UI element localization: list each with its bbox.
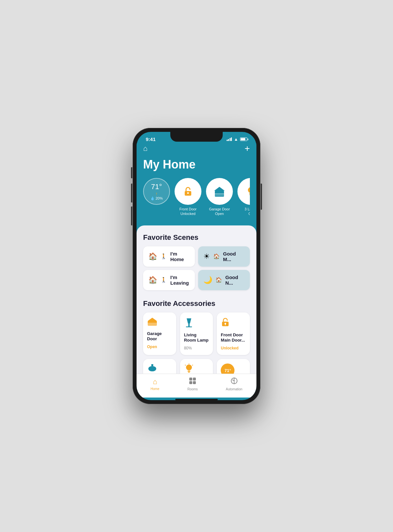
svg-rect-4 xyxy=(215,193,224,194)
lamp-acc-name: Living Room Lamp xyxy=(184,332,209,344)
front-door-circle xyxy=(175,178,201,205)
tab-automation-icon xyxy=(231,377,238,386)
notch xyxy=(170,132,223,142)
tab-rooms-icon xyxy=(189,377,196,386)
svg-line-26 xyxy=(192,365,193,365)
weather-arrow: ↑ xyxy=(156,191,158,196)
status-row: 71° ↑ 💧20% xyxy=(143,178,250,218)
svg-rect-11 xyxy=(148,323,157,324)
status-tile-front-door[interactable]: Front DoorUnlocked xyxy=(175,178,201,216)
status-icons: ▲ xyxy=(227,137,247,142)
scene-good-morning[interactable]: ☀ 🏠 Good M... xyxy=(198,246,250,267)
svg-rect-8 xyxy=(250,195,250,195)
accessory-kitchen-light[interactable]: Kitchen Light 70% xyxy=(143,359,176,374)
im-leaving-label: I'm Leaving xyxy=(170,275,190,286)
side-button-silent xyxy=(131,167,132,178)
weather-temp: 71° xyxy=(151,183,162,191)
signal-icon xyxy=(227,137,232,141)
svg-point-21 xyxy=(186,364,192,370)
accessories-section-title: Favorite Accessories xyxy=(143,299,250,308)
tab-home-icon: ⌂ xyxy=(153,378,157,386)
bulb-acc-svg-icon xyxy=(184,364,194,374)
accessories-grid: Garage Door Open Living Room Lamp xyxy=(143,312,250,374)
weather-card[interactable]: 71° ↑ 💧20% xyxy=(143,178,170,205)
svg-rect-13 xyxy=(188,324,190,327)
svg-point-1 xyxy=(187,192,189,194)
garage-svg-icon xyxy=(147,317,158,326)
lock-acc-svg-icon xyxy=(221,317,230,328)
svg-rect-29 xyxy=(189,381,192,384)
svg-line-25 xyxy=(185,365,186,365)
svg-rect-19 xyxy=(151,364,153,366)
scenes-grid: 🏠 🚶 I'm Home ☀ 🏠 Good M... 🏠 🚶 I' xyxy=(143,246,250,290)
status-tile-garage-door[interactable]: Garage DoorOpen xyxy=(206,178,233,216)
garage-door-circle xyxy=(206,178,233,205)
clock: 9:41 xyxy=(146,136,156,142)
svg-point-20 xyxy=(149,369,156,371)
svg-marker-9 xyxy=(148,318,157,321)
svg-rect-30 xyxy=(193,381,196,384)
svg-rect-27 xyxy=(189,378,192,381)
svg-line-35 xyxy=(233,380,234,381)
lock-icon xyxy=(182,185,194,198)
tab-home[interactable]: ⌂ Home xyxy=(151,378,159,391)
garage-door-label: Garage DoorOpen xyxy=(209,207,230,216)
good-morning-label: Good M... xyxy=(223,251,245,262)
accessory-living-room-lamp[interactable]: Living Room Lamp 80% xyxy=(180,312,213,355)
home-indicator xyxy=(175,399,218,400)
svg-rect-23 xyxy=(188,372,190,373)
wifi-icon: ▲ xyxy=(234,137,238,142)
scroll-area[interactable]: ⌂ + My Home 71° ↑ 💧20% xyxy=(137,143,256,374)
svg-rect-5 xyxy=(215,195,224,195)
good-night-label: Good N... xyxy=(225,275,245,286)
garage-door-acc-name: Garage Door xyxy=(147,331,172,342)
phone-screen: 9:41 ▲ ⌂ + xyxy=(137,132,256,400)
lights-circle xyxy=(237,178,250,205)
tab-automation[interactable]: Automation xyxy=(226,377,243,391)
garage-door-acc-status: Open xyxy=(147,345,157,349)
front-door-acc-status: Unlocked xyxy=(221,346,238,350)
battery-fill xyxy=(241,138,245,140)
automation-svg-icon xyxy=(231,377,238,384)
scene-im-home[interactable]: 🏠 🚶 I'm Home xyxy=(143,246,195,267)
rooms-svg-icon xyxy=(189,377,196,384)
accessory-front-door[interactable]: Front Door Main Door... Unlocked xyxy=(217,312,250,355)
im-home-person-icon: 🚶 xyxy=(160,253,167,259)
im-home-icon: 🏠 xyxy=(148,252,157,261)
lights-label: 3 LightsOn xyxy=(245,207,250,216)
tab-home-label: Home xyxy=(151,387,159,391)
svg-rect-12 xyxy=(148,324,157,325)
ceiling-light-svg-icon xyxy=(147,364,158,373)
bulb-icon xyxy=(245,186,250,197)
good-morning-house-icon: 🏠 xyxy=(213,253,220,259)
hallway-light-acc-icon xyxy=(184,364,194,374)
lamp-acc-status: 80% xyxy=(184,346,192,350)
good-night-icon: 🌙 xyxy=(203,276,212,284)
top-nav: ⌂ + xyxy=(143,143,250,154)
front-door-acc-name: Front Door Main Door... xyxy=(221,332,246,344)
accessory-garage-door[interactable]: Garage Door Open xyxy=(143,312,176,355)
accessory-hallway-light[interactable]: Hallway Light 70% xyxy=(180,359,213,374)
teal-section: ⌂ + My Home 71° ↑ 💧20% xyxy=(137,143,256,225)
add-button[interactable]: + xyxy=(245,143,250,154)
scene-im-leaving[interactable]: 🏠 🚶 I'm Leaving xyxy=(143,270,195,290)
side-button-power xyxy=(261,184,262,210)
im-home-label: I'm Home xyxy=(170,251,190,262)
kitchen-light-acc-icon xyxy=(147,364,158,374)
tab-bar: ⌂ Home Rooms xyxy=(137,374,256,398)
side-button-vol-up xyxy=(131,184,132,203)
tab-rooms[interactable]: Rooms xyxy=(187,377,198,391)
home-nav-icon[interactable]: ⌂ xyxy=(143,144,147,153)
accessory-thermostat[interactable]: 71° Living Room Thermostat Heating to 71… xyxy=(217,359,250,374)
good-morning-icon: ☀ xyxy=(203,252,210,261)
scene-good-night[interactable]: 🌙 🏠 Good N... xyxy=(198,270,250,290)
im-leaving-person-icon: 🚶 xyxy=(160,277,167,283)
svg-rect-7 xyxy=(249,193,250,194)
tab-rooms-label: Rooms xyxy=(187,387,198,391)
weather-humidity: 💧20% xyxy=(150,196,163,201)
garage-door-acc-icon xyxy=(147,317,158,328)
status-tile-lights[interactable]: 3 LightsOn xyxy=(237,178,250,216)
svg-marker-2 xyxy=(214,187,225,191)
lamp-acc-icon xyxy=(184,317,194,330)
garage-icon xyxy=(213,186,226,197)
